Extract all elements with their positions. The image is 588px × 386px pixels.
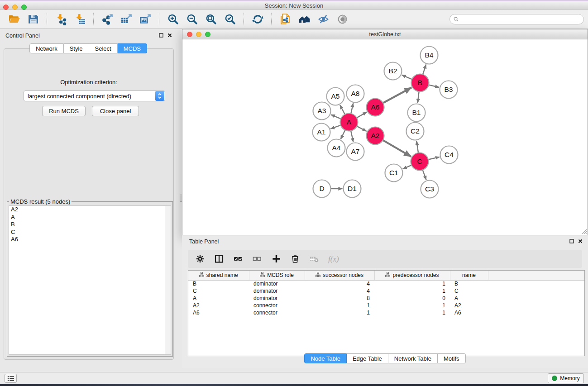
node-B2[interactable]: B2 [384,62,402,80]
table-row[interactable]: A2connector11A2 [188,302,584,309]
node-A8[interactable]: A8 [347,85,364,103]
zoom-selected-button[interactable] [220,12,239,27]
node-C1[interactable]: C1 [385,164,403,182]
close-panel-icon[interactable] [167,33,172,38]
save-session-button[interactable] [24,12,43,27]
tab-motifs[interactable]: Motifs [438,353,466,363]
node-A[interactable]: A [340,114,358,131]
edge-A-A3[interactable] [331,114,341,119]
tab-network-table[interactable]: Network Table [388,353,438,363]
zoom-out-button[interactable] [182,12,201,27]
close-table-panel-icon[interactable] [578,239,583,243]
edge-A-A5[interactable] [340,105,345,114]
mcds-result-item[interactable]: A6 [9,236,171,243]
node-D[interactable]: D [313,180,331,198]
edge-A-A2[interactable] [357,126,367,131]
node-C4[interactable]: C4 [440,146,458,164]
tab-network[interactable]: Network [29,43,64,53]
column-header-predecessor-nodes[interactable]: predecessor nodes [374,271,450,280]
node-A5[interactable]: A5 [327,88,344,105]
column-header-shared-name[interactable]: shared name [188,271,249,280]
mcds-list-scrollbar[interactable] [165,206,171,354]
node-C2[interactable]: C2 [406,123,424,140]
select-all-button[interactable] [232,253,244,265]
column-header-name[interactable]: name [450,271,488,280]
column-header-successor-nodes[interactable]: successor nodes [305,271,374,280]
show-details-button[interactable] [333,12,352,27]
table-row[interactable]: Cdominator41C [188,287,584,295]
edge-A-A1[interactable] [330,125,340,129]
edge-C-C2[interactable] [416,141,418,152]
float-table-panel-icon[interactable] [569,239,574,243]
unselect-all-button[interactable] [251,253,263,265]
edge-A-A4[interactable] [340,130,345,139]
column-header-MCDS-role[interactable]: MCDS role [249,271,305,280]
node-A7[interactable]: A7 [347,143,364,161]
tab-style[interactable]: Style [64,43,89,53]
mcds-result-item[interactable]: A2 [9,206,171,214]
tab-mcds[interactable]: MCDS [118,43,147,53]
node-C[interactable]: C [411,153,429,171]
clone-network-button[interactable] [276,12,295,27]
criterion-select[interactable]: largest connected component (directed) [24,91,165,101]
table-row[interactable]: Adominator80A [188,295,584,302]
zoom-in-button[interactable] [163,12,182,27]
edge-A-A7[interactable] [351,131,353,142]
mcds-result-item[interactable]: B [9,221,171,229]
export-image-button[interactable] [136,12,155,27]
edge-B-B2[interactable] [402,75,412,79]
tab-node-table[interactable]: Node Table [304,353,347,363]
node-B3[interactable]: B3 [440,81,458,99]
node-B1[interactable]: B1 [408,104,425,122]
hide-details-button[interactable] [314,12,333,27]
table-row[interactable]: A6connector11A6 [188,309,584,316]
mcds-result-item[interactable]: C [9,229,171,236]
float-panel-icon[interactable] [159,33,163,38]
edge-C-C1[interactable] [403,165,411,169]
node-B[interactable]: B [411,74,429,92]
resize-grip-icon[interactable] [581,228,587,234]
edge-A6-B[interactable] [383,87,412,103]
home-view-button[interactable] [295,12,314,27]
search-input[interactable] [459,15,583,24]
node-D1[interactable]: D1 [344,180,361,198]
delete-row-button[interactable] [289,253,301,265]
import-network-button[interactable] [51,12,70,27]
function-builder-button[interactable]: f(x) [327,253,347,265]
edge-B-B1[interactable] [418,92,419,103]
column-browser-button[interactable] [213,253,225,265]
mcds-result-item[interactable]: A [9,214,171,221]
close-panel-button[interactable]: Close panel [92,106,139,116]
edge-C-C3[interactable] [423,170,426,180]
edge-C-C4[interactable] [428,157,440,160]
node-A1[interactable]: A1 [313,124,330,141]
settings-button[interactable] [194,253,206,265]
tab-select[interactable]: Select [89,43,118,53]
mcds-result-list[interactable]: A2ABCA6 [9,205,171,355]
run-mcds-button[interactable]: Run MCDS [42,106,86,116]
network-graph[interactable]: AA1A2A3A4A5A6A7A8BB1B2B3B4CC1C2C3C4DD1 [182,39,588,235]
network-window-titlebar[interactable]: testGlobe.txt [182,29,588,39]
edge-A-A8[interactable] [351,103,353,113]
search-field[interactable] [449,14,584,24]
window-titlebar[interactable]: Session: New Session [0,1,588,10]
node-A4[interactable]: A4 [328,139,345,157]
memory-button[interactable]: Memory [548,373,584,383]
zoom-fit-button[interactable] [201,12,220,27]
table-row[interactable]: Bdominator41B [188,280,584,287]
export-table-button[interactable] [117,12,136,27]
tab-edge-table[interactable]: Edge Table [347,353,388,363]
add-row-button[interactable] [270,253,282,265]
import-table-button[interactable] [70,12,89,27]
status-menu-button[interactable] [5,374,17,383]
edge-A-A6[interactable] [357,112,367,118]
node-A6[interactable]: A6 [367,99,384,116]
export-network-button[interactable] [98,12,117,27]
edge-B-B3[interactable] [429,85,439,87]
refresh-button[interactable] [248,12,267,27]
open-session-button[interactable] [5,12,24,27]
network-canvas[interactable]: AA1A2A3A4A5A6A7A8BB1B2B3B4CC1C2C3C4DD1 [182,39,588,235]
edge-B-B4[interactable] [423,64,426,74]
edge-A2-C[interactable] [383,140,411,157]
node-C3[interactable]: C3 [421,181,439,198]
